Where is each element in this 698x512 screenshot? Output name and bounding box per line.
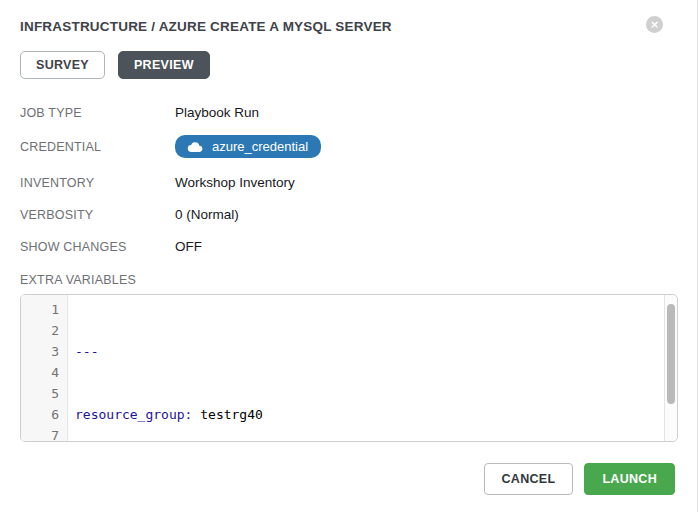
line-number: 1: [21, 299, 59, 320]
extra-variables-editor[interactable]: 1 2 3 4 5 6 7 --- resource_group: testrg…: [20, 294, 678, 442]
detail-row-verbosity: VERBOSITY 0 (Normal): [20, 205, 677, 224]
detail-row-job-type: JOB TYPE Playbook Run: [20, 103, 677, 122]
field-value: Workshop Inventory: [175, 175, 295, 190]
field-value: Playbook Run: [175, 105, 259, 120]
tab-preview[interactable]: PREVIEW: [118, 51, 210, 79]
tab-bar: SURVEY PREVIEW: [20, 51, 677, 79]
line-number: 7: [21, 425, 59, 442]
field-value: OFF: [175, 239, 202, 254]
detail-row-credential: CREDENTIAL azure_credential: [20, 135, 677, 158]
field-label: JOB TYPE: [20, 106, 175, 120]
field-label: CREDENTIAL: [20, 140, 175, 154]
modal-footer: CANCEL LAUNCH: [20, 463, 677, 495]
field-value: azure_credential: [175, 135, 321, 158]
line-number: 4: [21, 362, 59, 383]
job-details: JOB TYPE Playbook Run CREDENTIAL azure_c…: [20, 103, 677, 256]
extra-variables-label: EXTRA VARIABLES: [20, 273, 677, 287]
job-launch-preview-modal: INFRASTRUCTURE / AZURE CREATE A MYSQL SE…: [0, 0, 698, 512]
editor-scrollbar-track[interactable]: [664, 295, 677, 441]
close-icon[interactable]: ×: [646, 16, 663, 33]
launch-button[interactable]: LAUNCH: [584, 463, 675, 495]
credential-name: azure_credential: [212, 139, 308, 154]
detail-row-inventory: INVENTORY Workshop Inventory: [20, 173, 677, 192]
field-value: 0 (Normal): [175, 207, 239, 222]
line-number: 2: [21, 320, 59, 341]
editor-scrollbar-thumb[interactable]: [667, 304, 675, 404]
code-line: resource_group: testrg40: [75, 404, 677, 425]
field-label: INVENTORY: [20, 176, 175, 190]
field-label: SHOW CHANGES: [20, 240, 175, 254]
modal-header: INFRASTRUCTURE / AZURE CREATE A MYSQL SE…: [20, 15, 677, 34]
modal-title: INFRASTRUCTURE / AZURE CREATE A MYSQL SE…: [20, 15, 392, 34]
editor-line-number-gutter: 1 2 3 4 5 6 7: [21, 295, 68, 441]
line-number: 5: [21, 383, 59, 404]
cancel-button[interactable]: CANCEL: [484, 463, 574, 495]
field-label: VERBOSITY: [20, 208, 175, 222]
code-line: ---: [75, 341, 677, 362]
cloud-icon: [186, 141, 204, 153]
line-number: 3: [21, 341, 59, 362]
detail-row-show-changes: SHOW CHANGES OFF: [20, 237, 677, 256]
credential-badge[interactable]: azure_credential: [175, 135, 321, 158]
line-number: 6: [21, 404, 59, 425]
editor-code-area[interactable]: --- resource_group: testrg40 location: e…: [68, 295, 677, 441]
tab-survey[interactable]: SURVEY: [20, 51, 105, 79]
